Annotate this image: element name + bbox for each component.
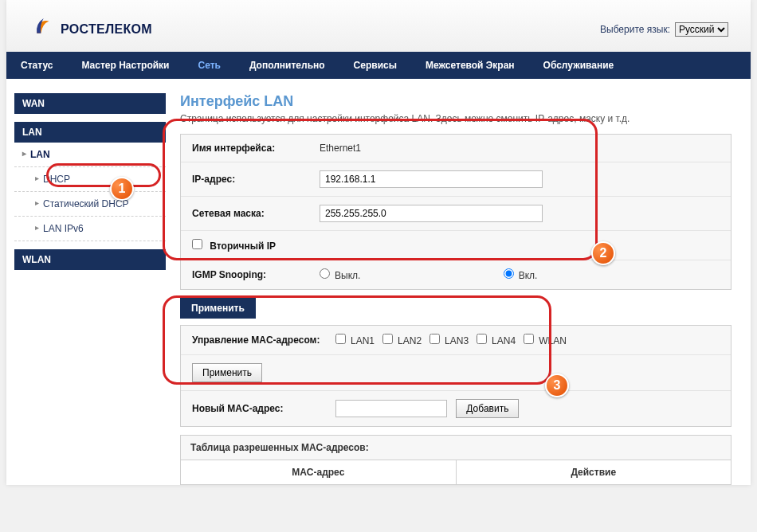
rostelecom-icon bbox=[29, 14, 56, 44]
language-selector: Выберите язык: Русский bbox=[600, 22, 728, 37]
sidebar-group-wan[interactable]: WAN bbox=[14, 93, 166, 114]
nav-item-6[interactable]: Обслуживание bbox=[529, 52, 629, 79]
secondary-ip-checkbox[interactable] bbox=[192, 239, 202, 249]
nav-item-1[interactable]: Мастер Настройки bbox=[67, 52, 183, 79]
mac-table-caption: Таблица разрешенных MAC-адресов: bbox=[180, 435, 732, 460]
port-checkbox-lan2[interactable]: LAN2 bbox=[382, 335, 422, 346]
igmp-off-option[interactable]: Выкл. bbox=[320, 270, 360, 281]
subnet-mask-input[interactable] bbox=[320, 205, 543, 222]
main-content: Интерфейс LAN Страница используется для … bbox=[166, 79, 751, 485]
ip-address-label: IP-адрес: bbox=[192, 174, 320, 185]
brand-logo: РОСТЕЛЕКОМ bbox=[29, 14, 152, 44]
mac-mgmt-label: Управление MAC-адресом: bbox=[192, 334, 335, 346]
apply-button[interactable]: Применить bbox=[180, 298, 256, 319]
mac-apply-button[interactable]: Применить bbox=[192, 363, 262, 382]
add-mac-button[interactable]: Добавить bbox=[456, 399, 519, 418]
page-title: Интерфейс LAN bbox=[180, 93, 732, 110]
secondary-ip-label: Вторичный IP bbox=[210, 241, 276, 252]
page-description: Страница используется для настройки инте… bbox=[180, 113, 732, 124]
igmp-label: IGMP Snooping: bbox=[192, 269, 320, 280]
subnet-mask-label: Сетевая маска: bbox=[192, 208, 320, 219]
sidebar-group-lan[interactable]: LAN bbox=[14, 122, 166, 143]
nav-item-0[interactable]: Статус bbox=[6, 52, 67, 79]
callout-number-2: 2 bbox=[591, 241, 615, 265]
port-checkbox-lan1[interactable]: LAN1 bbox=[335, 335, 375, 346]
sidebar-item-lan-ipv6[interactable]: LAN IPv6 bbox=[14, 217, 166, 241]
interface-name-label: Имя интерфейса: bbox=[192, 143, 320, 154]
mac-management-card: Управление MAC-адресом: LAN1LAN2LAN3LAN4… bbox=[180, 325, 732, 427]
port-checkbox-lan4[interactable]: LAN4 bbox=[477, 335, 516, 346]
port-checkbox-wlan[interactable]: WLAN bbox=[524, 335, 567, 346]
brand-name: РОСТЕЛЕКОМ bbox=[61, 22, 152, 37]
sidebar: WANLANLANDHCPСтатический DHCPLAN IPv6WLA… bbox=[6, 79, 166, 485]
igmp-on-option[interactable]: Вкл. bbox=[504, 270, 538, 281]
language-select[interactable]: Русский bbox=[675, 22, 728, 37]
nav-item-5[interactable]: Межсетевой Экран bbox=[411, 52, 529, 79]
header: РОСТЕЛЕКОМ Выберите язык: Русский bbox=[6, 0, 751, 52]
top-nav: СтатусМастер НастройкиСетьДополнительноС… bbox=[6, 52, 751, 79]
nav-item-2[interactable]: Сеть bbox=[183, 52, 234, 79]
sidebar-item-dhcp[interactable]: DHCP bbox=[14, 167, 166, 192]
mac-table-header: MAC-адрес Действие bbox=[180, 460, 732, 485]
mac-table-col-mac: MAC-адрес bbox=[181, 460, 457, 484]
lan-settings-card: Имя интерфейса: Ethernet1 IP-адрес: Сете… bbox=[180, 134, 732, 290]
sidebar-group-wlan[interactable]: WLAN bbox=[14, 249, 166, 270]
interface-name-value: Ethernet1 bbox=[320, 143, 720, 154]
new-mac-input[interactable] bbox=[335, 400, 447, 417]
callout-number-3: 3 bbox=[545, 374, 569, 397]
language-label: Выберите язык: bbox=[600, 24, 670, 35]
port-checkbox-lan3[interactable]: LAN3 bbox=[429, 335, 469, 346]
nav-item-3[interactable]: Дополнительно bbox=[235, 52, 339, 79]
new-mac-label: Новый MAC-адрес: bbox=[192, 403, 335, 414]
sidebar-item-lan[interactable]: LAN bbox=[14, 143, 166, 167]
mac-table-col-action: Действие bbox=[457, 460, 732, 484]
sidebar-item-статический-dhcp[interactable]: Статический DHCP bbox=[14, 192, 166, 217]
ip-address-input[interactable] bbox=[320, 170, 543, 188]
mac-mgmt-ports: LAN1LAN2LAN3LAN4WLAN bbox=[335, 334, 720, 346]
callout-number-1: 1 bbox=[110, 177, 134, 201]
nav-item-4[interactable]: Сервисы bbox=[339, 52, 411, 79]
